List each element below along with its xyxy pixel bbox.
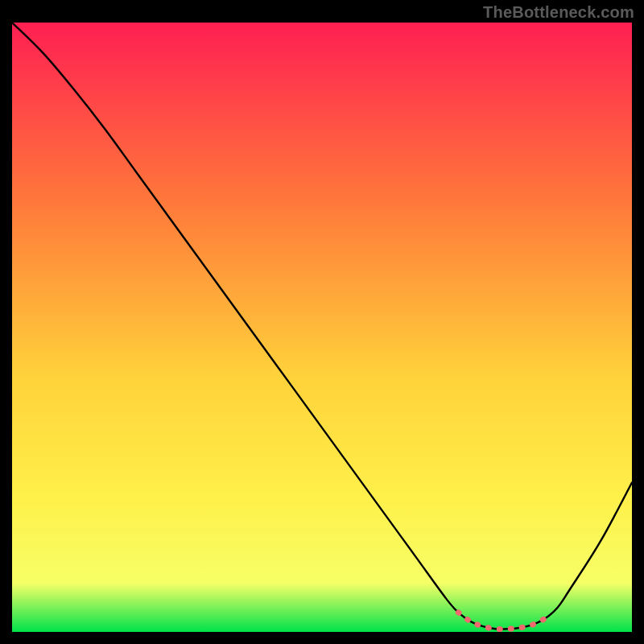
gradient-background (12, 23, 632, 632)
bottleneck-chart (12, 23, 632, 632)
chart-stage: TheBottleneck.com (0, 0, 644, 644)
watermark-label: TheBottleneck.com (483, 3, 634, 22)
plot-area (12, 23, 632, 632)
